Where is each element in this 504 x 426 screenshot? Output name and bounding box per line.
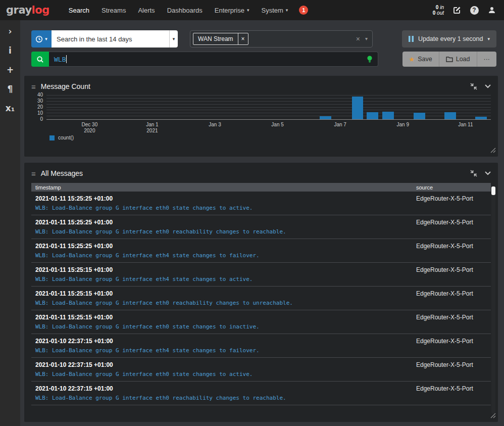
user-icon[interactable] [487,5,497,15]
nav-item[interactable]: System ▾ [256,0,294,20]
chart-bar[interactable] [367,112,378,119]
load-button[interactable]: Load [439,52,477,67]
chart-bar[interactable] [352,97,364,119]
top-navbar: graylog Search Streams Alerts Dashboards… [0,0,504,20]
focus-widget-icon[interactable] [470,170,477,177]
query-value: WLB [54,56,66,63]
message-row[interactable]: 2021-01-10 22:37:15 +01:00 EdgeRouter-X-… [31,382,491,405]
x-tick-label: Jan 11 [458,122,473,128]
message-source: EdgeRouter-X-5-Port [416,196,487,202]
widget-title: Message Count [41,82,90,90]
nav-item[interactable]: Search [63,0,95,20]
message-row[interactable]: 2021-01-11 15:25:15 +01:00 EdgeRouter-X-… [31,287,491,310]
refresh-interval-label: Update every 1 second [418,35,483,42]
chevron-down-icon[interactable] [485,171,491,175]
time-range-input[interactable]: Search in the last 14 days ▾ [52,30,178,48]
time-range-caret[interactable]: ▾ [169,30,178,48]
sidebar-formatting-icon[interactable]: ¶ [4,85,16,93]
time-range-row: ▾ Search in the last 14 days ▾ WAN Strea… [31,30,496,48]
message-timestamp: 2021-01-10 22:37:15 +01:00 [35,386,416,392]
y-tick-label: 10 [37,111,43,116]
sidebar-description-icon[interactable]: i [4,46,16,55]
message-row[interactable]: 2021-01-10 22:37:15 +01:00 EdgeRouter-X-… [31,334,491,358]
drag-handle-icon[interactable]: ≡ [31,83,36,90]
stream-select[interactable]: WAN Stream × × ▾ [190,30,373,48]
throughput-indicator: 0 in 0 out [433,5,444,16]
widget-all-messages: ≡ All Messages timestamp source 2021-01-… [24,163,498,422]
chart-yaxis: 403020100 [31,96,46,120]
drag-handle-icon[interactable]: ≡ [31,170,36,177]
throughput-in-unit: in [440,5,444,10]
search-button[interactable] [31,52,49,67]
chart-bar[interactable] [444,112,456,119]
column-header-timestamp[interactable]: timestamp [35,184,416,191]
message-timestamp: 2021-01-11 15:25:25 +01:00 [35,219,416,226]
nav-item[interactable]: Enterprise ▾ [209,0,256,20]
column-header-source[interactable]: source [416,184,487,191]
chart-bar[interactable] [382,112,394,119]
time-range-button[interactable]: ▾ [31,30,52,48]
focus-widget-icon[interactable] [470,83,477,90]
clear-streams-icon[interactable]: × [351,35,365,43]
caret-down-icon: ▾ [286,8,288,13]
stream-chip: WAN Stream × [193,33,248,45]
message-row[interactable]: 2021-01-10 22:37:15 +01:00 EdgeRouter-X-… [31,358,491,382]
message-count-chart: 403020100 [31,96,491,120]
message-row[interactable]: 2021-01-11 15:25:25 +01:00 EdgeRouter-X-… [31,192,491,215]
message-text: WLB: Load-Balance group G interface eth0… [35,300,487,306]
message-timestamp: 2021-01-11 15:25:25 +01:00 [35,243,416,250]
message-text: WLB: Load-Balance group G interface eth0… [35,324,487,330]
compose-icon[interactable] [451,5,462,15]
messages-table-header: timestamp source [31,183,491,192]
chart-plot [46,96,491,120]
message-text: WLB: Load-Balance group G interface eth4… [35,253,487,259]
chevron-down-icon[interactable] [485,84,491,88]
message-text: WLB: Load-Balance group G interface eth4… [35,276,487,282]
resize-handle[interactable] [490,411,496,420]
message-timestamp: 2021-01-10 22:37:15 +01:00 [35,338,416,345]
query-input[interactable]: WLB [49,52,378,67]
nav-item[interactable]: Dashboards [161,0,209,20]
x-tick-label: Jan 12021 [146,122,158,134]
legend-swatch [49,135,55,140]
graylog-logo[interactable]: graylog [6,4,49,16]
scrollbar-thumb[interactable] [491,186,495,195]
message-source: EdgeRouter-X-5-Port [416,219,487,226]
chip-remove-icon[interactable]: × [238,33,248,44]
refresh-interval-button[interactable]: Update every 1 second ▾ [402,30,496,48]
message-source: EdgeRouter-X-5-Port [416,362,487,368]
resize-handle[interactable] [490,146,496,155]
chevron-down-icon[interactable]: ▾ [365,36,368,41]
nav-item[interactable]: Alerts [132,0,161,20]
sidebar-create-icon[interactable]: + [4,66,16,74]
caret-down-icon: ▾ [45,37,47,41]
search-actions-group: ★ Save Load ··· [402,52,496,67]
query-row: WLB ★ Save Load ··· [31,52,496,67]
chart-bar[interactable] [475,117,487,119]
sidebar-toggle-sidebar-icon[interactable]: › [4,27,16,36]
more-actions-button[interactable]: ··· [477,52,497,67]
message-row[interactable]: 2021-01-11 15:25:15 +01:00 EdgeRouter-X-… [31,263,491,287]
nav-item-label: Dashboards [167,7,203,14]
nav-item[interactable]: Streams [95,0,132,20]
message-row[interactable]: 2021-01-11 15:25:15 +01:00 EdgeRouter-X-… [31,310,491,334]
caret-down-icon: ▾ [487,37,490,41]
x-tick-label: Jan 3 [209,122,221,128]
sidebar-fields-icon[interactable]: x₁ [4,104,16,113]
message-row[interactable]: 2021-01-11 15:25:25 +01:00 EdgeRouter-X-… [31,239,491,263]
nav-right: 0 in 0 out ? [433,5,497,16]
left-sidebar: ›i+¶x₁ [0,20,20,426]
x-tick-label: Jan 7 [334,122,346,128]
scrollbar-track[interactable] [491,186,495,414]
message-row[interactable]: 2021-01-11 15:25:25 +01:00 EdgeRouter-X-… [31,215,491,239]
help-icon[interactable]: ? [469,5,479,15]
search-bar: ▾ Search in the last 14 days ▾ WAN Strea… [31,30,496,67]
x-tick-label: Jan 5 [271,122,283,128]
chart-bar[interactable] [414,113,425,119]
notification-badge[interactable]: 1 [299,6,308,15]
save-button[interactable]: ★ Save [402,52,439,67]
search-icon [36,56,44,63]
y-tick-label: 20 [37,105,43,110]
chart-bar[interactable] [320,116,331,119]
clock-icon [35,35,43,43]
